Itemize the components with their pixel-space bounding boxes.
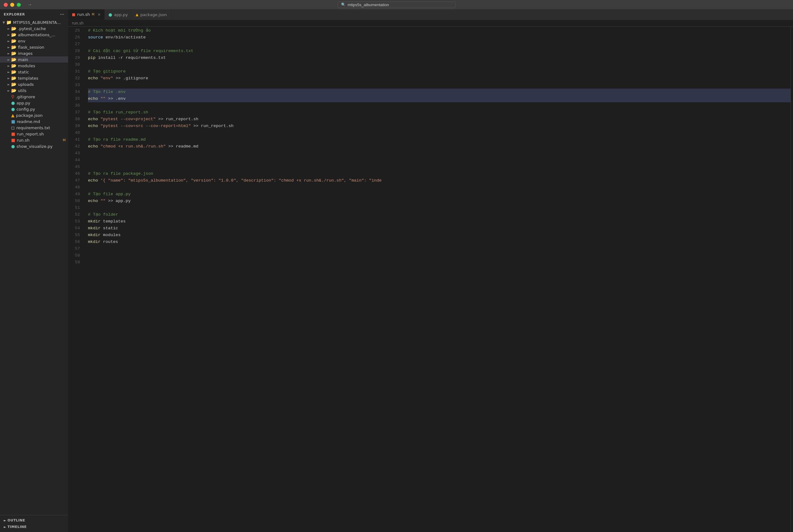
token: # Cài đặt các gói từ file requirements.t… bbox=[88, 48, 193, 55]
back-button[interactable]: ← bbox=[16, 1, 24, 8]
code-line: echo '{ "name": "mtips5s_albumentation",… bbox=[88, 177, 791, 184]
code-line bbox=[88, 41, 791, 48]
search-icon: 🔍 bbox=[341, 2, 346, 7]
sidebar-item-readme[interactable]: ■ readme.md bbox=[0, 118, 68, 125]
line-number: 31 bbox=[68, 68, 80, 75]
tab-icon-json: ▲ bbox=[136, 13, 138, 17]
sidebar-item-flask-session[interactable]: ► 📂 flask_session bbox=[0, 44, 68, 50]
sidebar-item-static[interactable]: ► 📂 static bbox=[0, 69, 68, 75]
tab-close-button[interactable]: × bbox=[98, 13, 101, 17]
item-label: .gitignore bbox=[16, 95, 35, 99]
code-line bbox=[88, 61, 791, 68]
item-label: env bbox=[18, 39, 25, 43]
token: >> readme.md bbox=[166, 143, 198, 150]
sidebar-item-albumentations[interactable]: ► 📂 albumentations_... bbox=[0, 32, 68, 38]
code-line: echo "chmod +x run.sh&./run.sh" >> readm… bbox=[88, 143, 791, 150]
token: source bbox=[88, 34, 105, 41]
minimize-button[interactable] bbox=[10, 3, 14, 7]
line-number: 45 bbox=[68, 164, 80, 170]
file-icon: ■ bbox=[11, 131, 15, 136]
search-bar[interactable]: 🔍 bbox=[337, 2, 456, 8]
search-input[interactable] bbox=[348, 2, 452, 7]
item-label: show_visualize.py bbox=[16, 144, 53, 149]
tree-root-item[interactable]: ▼ 📁 MTIPS5S_ALBUMENTA... bbox=[0, 19, 68, 25]
token: >> app.py bbox=[105, 198, 131, 205]
folder-icon: 📂 bbox=[11, 76, 16, 80]
code-line bbox=[88, 150, 791, 157]
sidebar-item-modules[interactable]: ► 📂 modules bbox=[0, 62, 68, 69]
folder-chevron: ► bbox=[6, 83, 11, 86]
folder-icon: 📂 bbox=[11, 45, 16, 50]
file-icon: ◻ bbox=[11, 125, 15, 130]
line-number: 54 bbox=[68, 225, 80, 232]
item-label: config.py bbox=[16, 107, 35, 112]
code-line: echo "env" >> .gitignore bbox=[88, 75, 791, 82]
token: "pytest --cov=project" bbox=[101, 116, 156, 123]
line-number: 50 bbox=[68, 198, 80, 205]
token: >> .env bbox=[105, 95, 126, 102]
item-label: static bbox=[18, 70, 29, 74]
line-number: 48 bbox=[68, 184, 80, 191]
folder-icon: 📂 bbox=[11, 82, 16, 87]
sidebar-item-env[interactable]: ► 📂 env bbox=[0, 38, 68, 44]
token: >> .gitignore bbox=[113, 75, 148, 82]
sidebar-item-pkg-json[interactable]: ▲ package.json bbox=[0, 112, 68, 118]
tab-run-sh[interactable]: ■ run.sh M × bbox=[68, 9, 105, 20]
tab-label: package.json bbox=[140, 13, 167, 17]
sidebar-item-pytest-cache[interactable]: ► 📂 .pytest_cache bbox=[0, 25, 68, 32]
sidebar-item-uploads[interactable]: ► 📂 uploads bbox=[0, 81, 68, 88]
sidebar-item-images[interactable]: ► 📂 images bbox=[0, 50, 68, 56]
main-layout: EXPLORER ⋯ ▼ 📁 MTIPS5S_ALBUMENTA... ► 📂 … bbox=[0, 9, 793, 532]
code-line bbox=[88, 130, 791, 136]
tab-package-json[interactable]: ▲ package.json bbox=[132, 9, 171, 20]
tab-app-py[interactable]: ● app.py bbox=[105, 9, 132, 20]
sidebar-item-app-py[interactable]: ● app.py bbox=[0, 100, 68, 106]
token: "" bbox=[101, 95, 105, 102]
tabs-bar: ■ run.sh M × ● app.py ▲ package.json bbox=[68, 9, 793, 20]
token: env/bin/activate bbox=[105, 34, 146, 41]
outline-section[interactable]: ► OUTLINE bbox=[0, 517, 68, 524]
sidebar-actions[interactable]: ⋯ bbox=[60, 12, 65, 17]
sidebar-item-run-report-sh[interactable]: ■ run_report.sh bbox=[0, 131, 68, 137]
token: "env" bbox=[101, 75, 113, 82]
token: # Tạo file .env bbox=[88, 89, 126, 95]
sidebar-item-run-sh[interactable]: ■ run.sh M bbox=[0, 137, 68, 143]
line-number: 37 bbox=[68, 109, 80, 116]
code-line bbox=[88, 205, 791, 211]
sidebar-item-templates[interactable]: ► 📂 templates bbox=[0, 75, 68, 81]
forward-button[interactable]: → bbox=[25, 1, 34, 8]
close-button[interactable] bbox=[4, 3, 8, 7]
token: pip bbox=[88, 55, 98, 61]
minimap[interactable] bbox=[791, 27, 793, 532]
sidebar-item-show-visualize[interactable]: ● show_visualize.py bbox=[0, 143, 68, 149]
root-chevron: ▼ bbox=[1, 21, 6, 24]
timeline-section[interactable]: ► TIMELINE bbox=[0, 524, 68, 530]
file-icon: ● bbox=[11, 100, 15, 105]
line-number: 56 bbox=[68, 239, 80, 245]
code-content[interactable]: # Kích hoạt môi trường ảosource env/bin/… bbox=[83, 27, 791, 532]
sidebar-item-utils[interactable]: ► 📂 utils bbox=[0, 88, 68, 94]
sidebar-item-requirements[interactable]: ◻ requirements.txt bbox=[0, 125, 68, 131]
timeline-label: TIMELINE bbox=[7, 525, 27, 529]
sidebar-item-gitignore[interactable]: ⚲ .gitignore bbox=[0, 94, 68, 100]
file-icon: ● bbox=[11, 144, 15, 149]
code-line: # Cài đặt các gói từ file requirements.t… bbox=[88, 48, 791, 55]
token: mkdir bbox=[88, 232, 103, 239]
token: >> run_report.sh bbox=[156, 116, 198, 123]
line-number: 47 bbox=[68, 177, 80, 184]
item-label: images bbox=[18, 51, 33, 56]
code-line: # Tạo gitignore bbox=[88, 68, 791, 75]
code-editor[interactable]: 2526272829303132333435363738394041424344… bbox=[68, 27, 793, 532]
folder-chevron: ► bbox=[6, 27, 11, 30]
sidebar-item-config-py[interactable]: ● config.py bbox=[0, 106, 68, 112]
item-label: main bbox=[18, 57, 28, 62]
folder-icon: 📂 bbox=[11, 32, 16, 37]
line-number: 58 bbox=[68, 252, 80, 259]
sidebar-item-main[interactable]: ► 📂 main bbox=[0, 56, 68, 62]
token: # Tạo ra file package.json bbox=[88, 170, 153, 177]
file-icon: ⚲ bbox=[11, 94, 14, 99]
line-number: 34 bbox=[68, 89, 80, 95]
item-label: run.sh bbox=[17, 138, 30, 142]
line-number: 30 bbox=[68, 61, 80, 68]
folder-icon: 📂 bbox=[11, 38, 16, 43]
